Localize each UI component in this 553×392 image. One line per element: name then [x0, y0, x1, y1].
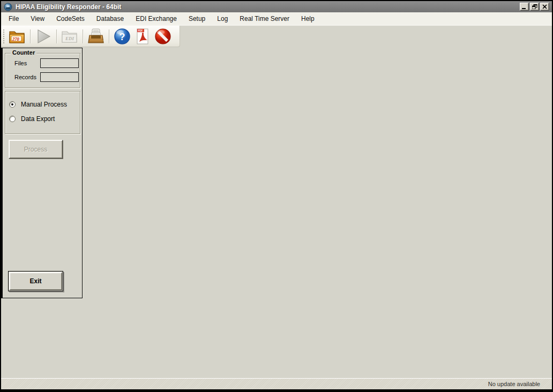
menu-database[interactable]: Database	[91, 13, 130, 25]
restore-icon	[532, 4, 537, 9]
control-panel: Counter Files Records Manual Process Dat…	[1, 48, 83, 298]
menu-log[interactable]: Log	[211, 13, 234, 25]
records-label: Records	[14, 74, 36, 80]
help-button[interactable]: ?	[112, 27, 132, 46]
toolbar-separator	[83, 29, 83, 43]
menu-help[interactable]: Help	[295, 13, 320, 25]
toolbar-separator	[109, 29, 109, 43]
window-controls	[520, 3, 549, 11]
inbox-icon	[87, 28, 104, 45]
status-bar: No update available	[1, 378, 552, 389]
menu-edi-exchange[interactable]: EDI Exchange	[130, 13, 183, 25]
open-270-folder-button[interactable]: 270	[7, 27, 27, 46]
folder-270-icon: 270	[9, 28, 26, 44]
app-icon	[4, 3, 12, 11]
radio-button-icon	[9, 116, 16, 122]
menu-file[interactable]: File	[3, 13, 25, 25]
client-area: Counter Files Records Manual Process Dat…	[1, 47, 552, 378]
menu-codesets[interactable]: CodeSets	[50, 13, 91, 25]
edi-folder-button[interactable]: EDI	[59, 27, 80, 46]
pdf-manual-button[interactable]: PDF	[132, 27, 153, 46]
inbox-button[interactable]	[86, 27, 106, 46]
menu-bar: File View CodeSets Database EDI Exchange…	[1, 12, 552, 25]
radio-data-export[interactable]: Data Export	[9, 115, 55, 123]
play-icon-disabled	[35, 28, 51, 44]
close-button[interactable]	[540, 3, 549, 11]
folder-edi-icon-disabled: EDI	[61, 29, 78, 44]
toolbar-row: 270 EDI	[1, 25, 552, 47]
svg-text:PDF: PDF	[138, 29, 143, 32]
toolbar: 270 EDI	[1, 26, 180, 47]
menu-setup[interactable]: Setup	[183, 13, 211, 25]
counter-group-title: Counter	[11, 49, 36, 56]
minimize-icon	[522, 4, 527, 9]
svg-text:?: ?	[119, 32, 125, 42]
close-icon	[542, 4, 547, 9]
toolbar-separator	[56, 29, 57, 43]
stop-icon	[154, 28, 171, 45]
toolbar-grip[interactable]	[3, 29, 5, 44]
files-count-field[interactable]	[40, 58, 79, 68]
toolbar-separator	[30, 29, 31, 43]
exit-button-frame: Exit	[8, 271, 63, 291]
process-button[interactable]: Process	[9, 140, 63, 159]
window-title: HIPAA Eligibility Responder - 64bit	[16, 3, 121, 11]
stop-button[interactable]	[153, 27, 173, 46]
exit-button[interactable]: Exit	[9, 272, 62, 290]
minimize-button[interactable]	[520, 3, 529, 11]
svg-text:270: 270	[12, 36, 20, 41]
menu-real-time-server[interactable]: Real Time Server	[234, 13, 295, 25]
counter-groupbox: Counter Files Records	[5, 53, 80, 88]
radio-manual-process-label: Manual Process	[21, 101, 67, 108]
mode-groupbox: Manual Process Data Export	[5, 91, 80, 134]
files-label: Files	[14, 60, 27, 66]
svg-text:EDI: EDI	[65, 36, 74, 41]
app-window: HIPAA Eligibility Responder - 64bit File…	[0, 0, 553, 392]
records-count-field[interactable]	[40, 72, 79, 82]
title-bar: HIPAA Eligibility Responder - 64bit	[1, 1, 552, 12]
start-process-button[interactable]	[33, 27, 54, 46]
pdf-icon: PDF	[134, 28, 151, 45]
menu-view[interactable]: View	[25, 13, 50, 25]
radio-button-icon	[9, 101, 16, 108]
update-status-text: No update available	[488, 381, 540, 387]
radio-data-export-label: Data Export	[21, 115, 55, 123]
radio-manual-process[interactable]: Manual Process	[9, 101, 67, 108]
help-icon: ?	[114, 28, 131, 45]
restore-button[interactable]	[530, 3, 539, 11]
